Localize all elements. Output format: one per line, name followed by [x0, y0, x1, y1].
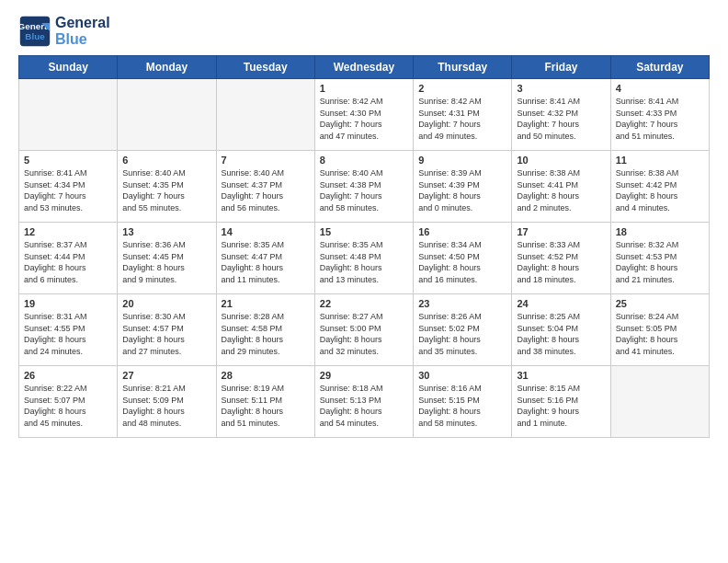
calendar-cell: 27Sunrise: 8:21 AM Sunset: 5:09 PM Dayli… [118, 366, 216, 438]
week-row-3: 12Sunrise: 8:37 AM Sunset: 4:44 PM Dayli… [19, 223, 710, 294]
logo-text: General Blue [55, 15, 110, 47]
weekday-header-sunday: Sunday [19, 56, 118, 79]
day-number: 11 [616, 155, 704, 166]
day-number: 31 [517, 370, 605, 381]
day-number: 12 [24, 226, 112, 237]
calendar-cell: 17Sunrise: 8:33 AM Sunset: 4:52 PM Dayli… [512, 223, 610, 294]
calendar-cell: 6Sunrise: 8:40 AM Sunset: 4:35 PM Daylig… [118, 151, 216, 223]
day-info: Sunrise: 8:41 AM Sunset: 4:33 PM Dayligh… [616, 96, 704, 142]
day-number: 17 [517, 226, 605, 237]
calendar-cell [19, 79, 118, 151]
day-info: Sunrise: 8:28 AM Sunset: 4:58 PM Dayligh… [222, 311, 310, 357]
day-number: 5 [24, 155, 112, 166]
day-number: 18 [616, 226, 704, 237]
day-info: Sunrise: 8:15 AM Sunset: 5:16 PM Dayligh… [517, 383, 605, 429]
day-info: Sunrise: 8:25 AM Sunset: 5:04 PM Dayligh… [517, 311, 605, 357]
day-info: Sunrise: 8:34 AM Sunset: 4:50 PM Dayligh… [418, 239, 506, 285]
day-info: Sunrise: 8:22 AM Sunset: 5:07 PM Dayligh… [24, 383, 112, 429]
day-number: 29 [320, 370, 408, 381]
day-info: Sunrise: 8:24 AM Sunset: 5:05 PM Dayligh… [616, 311, 704, 357]
day-info: Sunrise: 8:41 AM Sunset: 4:32 PM Dayligh… [517, 96, 605, 142]
calendar-cell: 3Sunrise: 8:41 AM Sunset: 4:32 PM Daylig… [512, 79, 610, 151]
day-info: Sunrise: 8:38 AM Sunset: 4:41 PM Dayligh… [517, 167, 605, 213]
calendar-cell: 7Sunrise: 8:40 AM Sunset: 4:37 PM Daylig… [216, 151, 314, 223]
day-info: Sunrise: 8:35 AM Sunset: 4:47 PM Dayligh… [222, 239, 310, 285]
calendar-cell: 28Sunrise: 8:19 AM Sunset: 5:11 PM Dayli… [216, 366, 314, 438]
calendar-cell [216, 79, 314, 151]
calendar-cell: 8Sunrise: 8:40 AM Sunset: 4:38 PM Daylig… [314, 151, 413, 223]
day-number: 7 [222, 155, 310, 166]
calendar-cell: 24Sunrise: 8:25 AM Sunset: 5:04 PM Dayli… [512, 294, 610, 366]
calendar-cell: 29Sunrise: 8:18 AM Sunset: 5:13 PM Dayli… [314, 366, 413, 438]
week-row-4: 19Sunrise: 8:31 AM Sunset: 4:55 PM Dayli… [19, 294, 710, 366]
day-info: Sunrise: 8:40 AM Sunset: 4:38 PM Dayligh… [320, 167, 408, 213]
calendar-cell: 25Sunrise: 8:24 AM Sunset: 5:05 PM Dayli… [610, 294, 709, 366]
day-info: Sunrise: 8:40 AM Sunset: 4:37 PM Dayligh… [222, 167, 310, 213]
calendar-cell [118, 79, 216, 151]
calendar-cell: 18Sunrise: 8:32 AM Sunset: 4:53 PM Dayli… [610, 223, 709, 294]
weekday-header-friday: Friday [512, 56, 610, 79]
weekday-header-tuesday: Tuesday [216, 56, 314, 79]
day-number: 14 [222, 226, 310, 237]
day-info: Sunrise: 8:33 AM Sunset: 4:52 PM Dayligh… [517, 239, 605, 285]
day-info: Sunrise: 8:35 AM Sunset: 4:48 PM Dayligh… [320, 239, 408, 285]
calendar-cell: 5Sunrise: 8:41 AM Sunset: 4:34 PM Daylig… [19, 151, 118, 223]
day-info: Sunrise: 8:37 AM Sunset: 4:44 PM Dayligh… [24, 239, 112, 285]
day-number: 26 [24, 370, 112, 381]
day-info: Sunrise: 8:38 AM Sunset: 4:42 PM Dayligh… [616, 167, 704, 213]
week-row-5: 26Sunrise: 8:22 AM Sunset: 5:07 PM Dayli… [19, 366, 710, 438]
day-number: 16 [418, 226, 506, 237]
calendar-cell: 31Sunrise: 8:15 AM Sunset: 5:16 PM Dayli… [512, 366, 610, 438]
calendar-cell: 22Sunrise: 8:27 AM Sunset: 5:00 PM Dayli… [314, 294, 413, 366]
calendar-cell [610, 366, 709, 438]
calendar-cell: 21Sunrise: 8:28 AM Sunset: 4:58 PM Dayli… [216, 294, 314, 366]
calendar-cell: 19Sunrise: 8:31 AM Sunset: 4:55 PM Dayli… [19, 294, 118, 366]
day-info: Sunrise: 8:19 AM Sunset: 5:11 PM Dayligh… [222, 383, 310, 429]
day-number: 9 [418, 155, 506, 166]
calendar-cell: 23Sunrise: 8:26 AM Sunset: 5:02 PM Dayli… [414, 294, 512, 366]
calendar-cell: 30Sunrise: 8:16 AM Sunset: 5:15 PM Dayli… [414, 366, 512, 438]
day-number: 22 [320, 298, 408, 309]
day-info: Sunrise: 8:40 AM Sunset: 4:35 PM Dayligh… [122, 167, 210, 213]
day-info: Sunrise: 8:26 AM Sunset: 5:02 PM Dayligh… [418, 311, 506, 357]
day-info: Sunrise: 8:16 AM Sunset: 5:15 PM Dayligh… [418, 383, 506, 429]
week-row-2: 5Sunrise: 8:41 AM Sunset: 4:34 PM Daylig… [19, 151, 710, 223]
calendar-cell: 15Sunrise: 8:35 AM Sunset: 4:48 PM Dayli… [314, 223, 413, 294]
weekday-header-monday: Monday [118, 56, 216, 79]
day-info: Sunrise: 8:21 AM Sunset: 5:09 PM Dayligh… [122, 383, 210, 429]
day-info: Sunrise: 8:42 AM Sunset: 4:30 PM Dayligh… [320, 96, 408, 142]
weekday-header-saturday: Saturday [610, 56, 709, 79]
day-info: Sunrise: 8:31 AM Sunset: 4:55 PM Dayligh… [24, 311, 112, 357]
svg-text:Blue: Blue [25, 31, 45, 41]
logo-icon: General Blue [18, 15, 51, 48]
day-info: Sunrise: 8:39 AM Sunset: 4:39 PM Dayligh… [418, 167, 506, 213]
day-info: Sunrise: 8:32 AM Sunset: 4:53 PM Dayligh… [616, 239, 704, 285]
day-number: 1 [320, 83, 408, 94]
day-number: 21 [222, 298, 310, 309]
header: General Blue General Blue [18, 15, 710, 48]
calendar-cell: 1Sunrise: 8:42 AM Sunset: 4:30 PM Daylig… [314, 79, 413, 151]
day-number: 13 [122, 226, 210, 237]
day-number: 4 [616, 83, 704, 94]
day-number: 23 [418, 298, 506, 309]
calendar-cell: 10Sunrise: 8:38 AM Sunset: 4:41 PM Dayli… [512, 151, 610, 223]
weekday-header-wednesday: Wednesday [314, 56, 413, 79]
day-info: Sunrise: 8:42 AM Sunset: 4:31 PM Dayligh… [418, 96, 506, 142]
calendar-cell: 4Sunrise: 8:41 AM Sunset: 4:33 PM Daylig… [610, 79, 709, 151]
day-number: 27 [122, 370, 210, 381]
day-number: 25 [616, 298, 704, 309]
week-row-1: 1Sunrise: 8:42 AM Sunset: 4:30 PM Daylig… [19, 79, 710, 151]
day-number: 10 [517, 155, 605, 166]
day-number: 6 [122, 155, 210, 166]
day-info: Sunrise: 8:41 AM Sunset: 4:34 PM Dayligh… [24, 167, 112, 213]
day-number: 8 [320, 155, 408, 166]
day-number: 15 [320, 226, 408, 237]
day-number: 3 [517, 83, 605, 94]
day-info: Sunrise: 8:30 AM Sunset: 4:57 PM Dayligh… [122, 311, 210, 357]
day-number: 24 [517, 298, 605, 309]
calendar-cell: 13Sunrise: 8:36 AM Sunset: 4:45 PM Dayli… [118, 223, 216, 294]
day-number: 2 [418, 83, 506, 94]
calendar-cell: 20Sunrise: 8:30 AM Sunset: 4:57 PM Dayli… [118, 294, 216, 366]
day-number: 20 [122, 298, 210, 309]
calendar-cell: 16Sunrise: 8:34 AM Sunset: 4:50 PM Dayli… [414, 223, 512, 294]
